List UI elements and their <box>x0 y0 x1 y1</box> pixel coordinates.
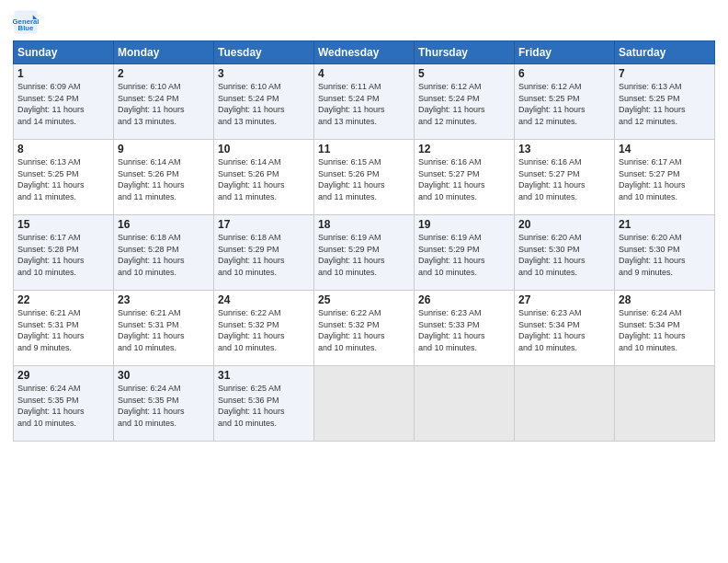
day-info: Sunrise: 6:12 AM Sunset: 5:24 PM Dayligh… <box>418 81 510 127</box>
day-number: 13 <box>518 143 610 155</box>
day-number: 15 <box>17 218 109 231</box>
day-info: Sunrise: 6:18 AM Sunset: 5:29 PM Dayligh… <box>218 232 310 278</box>
day-info: Sunrise: 6:13 AM Sunset: 5:25 PM Dayligh… <box>619 81 711 127</box>
calendar-cell: 5Sunrise: 6:12 AM Sunset: 5:24 PM Daylig… <box>415 64 515 140</box>
calendar-cell: 24Sunrise: 6:22 AM Sunset: 5:32 PM Dayli… <box>214 291 314 366</box>
calendar-cell: 17Sunrise: 6:18 AM Sunset: 5:29 PM Dayli… <box>214 215 314 291</box>
day-number: 4 <box>318 67 410 80</box>
day-info: Sunrise: 6:19 AM Sunset: 5:29 PM Dayligh… <box>318 232 410 278</box>
day-number: 20 <box>518 218 610 231</box>
day-info: Sunrise: 6:09 AM Sunset: 5:24 PM Dayligh… <box>17 81 109 127</box>
day-number: 10 <box>218 143 310 155</box>
week-row-3: 15Sunrise: 6:17 AM Sunset: 5:28 PM Dayli… <box>14 215 715 291</box>
day-number: 19 <box>418 218 510 231</box>
logo-icon: General Blue <box>13 9 39 35</box>
day-info: Sunrise: 6:23 AM Sunset: 5:33 PM Dayligh… <box>418 307 510 353</box>
day-number: 7 <box>619 67 711 80</box>
page: General Blue SundayMondayTuesdayWednesda… <box>0 0 728 563</box>
day-info: Sunrise: 6:10 AM Sunset: 5:24 PM Dayligh… <box>118 81 210 127</box>
calendar-cell: 16Sunrise: 6:18 AM Sunset: 5:28 PM Dayli… <box>114 215 214 291</box>
day-of-week-saturday: Saturday <box>615 41 715 64</box>
calendar-cell <box>515 366 615 442</box>
calendar-cell: 20Sunrise: 6:20 AM Sunset: 5:30 PM Dayli… <box>515 215 615 291</box>
day-info: Sunrise: 6:16 AM Sunset: 5:27 PM Dayligh… <box>418 156 510 202</box>
calendar-cell: 6Sunrise: 6:12 AM Sunset: 5:25 PM Daylig… <box>515 64 615 140</box>
calendar-cell: 15Sunrise: 6:17 AM Sunset: 5:28 PM Dayli… <box>14 215 114 291</box>
day-number: 24 <box>218 293 310 306</box>
day-info: Sunrise: 6:22 AM Sunset: 5:32 PM Dayligh… <box>318 307 410 353</box>
day-info: Sunrise: 6:23 AM Sunset: 5:34 PM Dayligh… <box>518 307 610 353</box>
calendar-cell: 10Sunrise: 6:14 AM Sunset: 5:26 PM Dayli… <box>214 140 314 215</box>
day-number: 12 <box>418 143 510 155</box>
day-info: Sunrise: 6:12 AM Sunset: 5:25 PM Dayligh… <box>518 81 610 127</box>
day-number: 5 <box>418 67 510 80</box>
day-number: 9 <box>118 143 210 155</box>
calendar-cell <box>615 366 715 442</box>
calendar-cell: 22Sunrise: 6:21 AM Sunset: 5:31 PM Dayli… <box>14 291 114 366</box>
day-info: Sunrise: 6:17 AM Sunset: 5:28 PM Dayligh… <box>17 232 109 278</box>
day-number: 14 <box>619 143 711 155</box>
day-number: 21 <box>619 218 711 231</box>
day-number: 29 <box>17 369 109 382</box>
calendar-cell: 30Sunrise: 6:24 AM Sunset: 5:35 PM Dayli… <box>114 366 214 442</box>
day-of-week-wednesday: Wednesday <box>314 41 415 64</box>
day-of-week-thursday: Thursday <box>415 41 515 64</box>
day-number: 1 <box>17 67 109 80</box>
day-info: Sunrise: 6:19 AM Sunset: 5:29 PM Dayligh… <box>418 232 510 278</box>
calendar-cell <box>415 366 515 442</box>
day-of-week-sunday: Sunday <box>14 41 114 64</box>
week-row-5: 29Sunrise: 6:24 AM Sunset: 5:35 PM Dayli… <box>14 366 715 442</box>
calendar-cell: 7Sunrise: 6:13 AM Sunset: 5:25 PM Daylig… <box>615 64 715 140</box>
calendar-cell: 2Sunrise: 6:10 AM Sunset: 5:24 PM Daylig… <box>114 64 214 140</box>
calendar-cell: 8Sunrise: 6:13 AM Sunset: 5:25 PM Daylig… <box>14 140 114 215</box>
day-info: Sunrise: 6:18 AM Sunset: 5:28 PM Dayligh… <box>118 232 210 278</box>
week-row-4: 22Sunrise: 6:21 AM Sunset: 5:31 PM Dayli… <box>14 291 715 366</box>
day-number: 3 <box>218 67 310 80</box>
calendar-cell: 29Sunrise: 6:24 AM Sunset: 5:35 PM Dayli… <box>14 366 114 442</box>
day-info: Sunrise: 6:21 AM Sunset: 5:31 PM Dayligh… <box>118 307 210 353</box>
calendar-cell <box>314 366 415 442</box>
calendar-cell: 25Sunrise: 6:22 AM Sunset: 5:32 PM Dayli… <box>314 291 415 366</box>
day-info: Sunrise: 6:25 AM Sunset: 5:36 PM Dayligh… <box>218 383 310 429</box>
calendar-cell: 11Sunrise: 6:15 AM Sunset: 5:26 PM Dayli… <box>314 140 415 215</box>
day-number: 16 <box>118 218 210 231</box>
day-of-week-monday: Monday <box>114 41 214 64</box>
calendar-cell: 31Sunrise: 6:25 AM Sunset: 5:36 PM Dayli… <box>214 366 314 442</box>
calendar-cell: 23Sunrise: 6:21 AM Sunset: 5:31 PM Dayli… <box>114 291 214 366</box>
calendar-cell: 19Sunrise: 6:19 AM Sunset: 5:29 PM Dayli… <box>415 215 515 291</box>
calendar-cell: 26Sunrise: 6:23 AM Sunset: 5:33 PM Dayli… <box>415 291 515 366</box>
day-info: Sunrise: 6:10 AM Sunset: 5:24 PM Dayligh… <box>218 81 310 127</box>
calendar-cell: 27Sunrise: 6:23 AM Sunset: 5:34 PM Dayli… <box>515 291 615 366</box>
day-number: 17 <box>218 218 310 231</box>
calendar-table: SundayMondayTuesdayWednesdayThursdayFrid… <box>13 40 715 442</box>
day-number: 23 <box>118 293 210 306</box>
day-info: Sunrise: 6:24 AM Sunset: 5:35 PM Dayligh… <box>17 383 109 429</box>
day-info: Sunrise: 6:14 AM Sunset: 5:26 PM Dayligh… <box>218 156 310 202</box>
day-number: 2 <box>118 67 210 80</box>
day-number: 6 <box>518 67 610 80</box>
day-info: Sunrise: 6:20 AM Sunset: 5:30 PM Dayligh… <box>518 232 610 278</box>
header: General Blue <box>13 9 715 35</box>
calendar-cell: 21Sunrise: 6:20 AM Sunset: 5:30 PM Dayli… <box>615 215 715 291</box>
day-info: Sunrise: 6:11 AM Sunset: 5:24 PM Dayligh… <box>318 81 410 127</box>
logo: General Blue <box>13 9 42 35</box>
day-info: Sunrise: 6:14 AM Sunset: 5:26 PM Dayligh… <box>118 156 210 202</box>
day-info: Sunrise: 6:24 AM Sunset: 5:34 PM Dayligh… <box>619 307 711 353</box>
calendar-cell: 18Sunrise: 6:19 AM Sunset: 5:29 PM Dayli… <box>314 215 415 291</box>
day-number: 18 <box>318 218 410 231</box>
calendar-cell: 13Sunrise: 6:16 AM Sunset: 5:27 PM Dayli… <box>515 140 615 215</box>
day-number: 25 <box>318 293 410 306</box>
day-of-week-tuesday: Tuesday <box>214 41 314 64</box>
calendar-cell: 14Sunrise: 6:17 AM Sunset: 5:27 PM Dayli… <box>615 140 715 215</box>
day-info: Sunrise: 6:21 AM Sunset: 5:31 PM Dayligh… <box>17 307 109 353</box>
calendar-header: SundayMondayTuesdayWednesdayThursdayFrid… <box>14 41 715 64</box>
day-info: Sunrise: 6:13 AM Sunset: 5:25 PM Dayligh… <box>17 156 109 202</box>
day-number: 26 <box>418 293 510 306</box>
calendar-cell: 1Sunrise: 6:09 AM Sunset: 5:24 PM Daylig… <box>14 64 114 140</box>
day-info: Sunrise: 6:24 AM Sunset: 5:35 PM Dayligh… <box>118 383 210 429</box>
calendar-body: 1Sunrise: 6:09 AM Sunset: 5:24 PM Daylig… <box>14 64 715 442</box>
calendar-cell: 12Sunrise: 6:16 AM Sunset: 5:27 PM Dayli… <box>415 140 515 215</box>
calendar-cell: 4Sunrise: 6:11 AM Sunset: 5:24 PM Daylig… <box>314 64 415 140</box>
week-row-2: 8Sunrise: 6:13 AM Sunset: 5:25 PM Daylig… <box>14 140 715 215</box>
day-info: Sunrise: 6:22 AM Sunset: 5:32 PM Dayligh… <box>218 307 310 353</box>
